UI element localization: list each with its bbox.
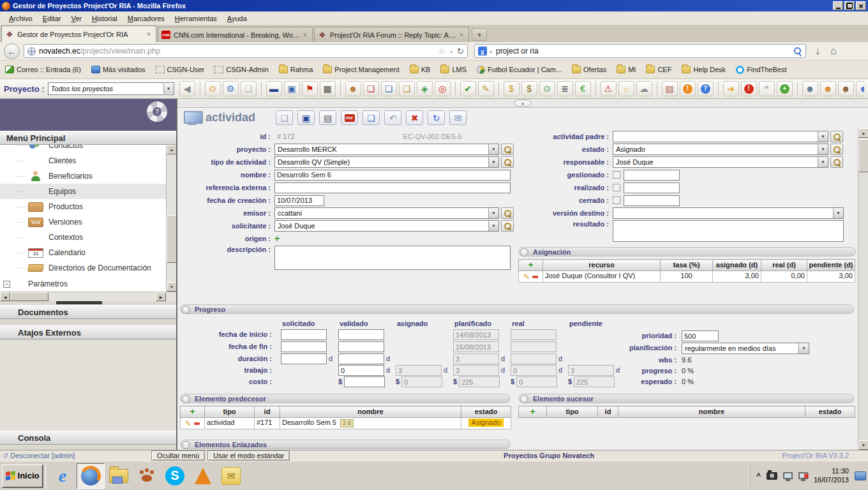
close-icon[interactable] [301,31,309,40]
display-tray-icon[interactable] [783,472,793,479]
cerrado-checkbox[interactable] [613,197,620,204]
money-time-icon[interactable]: $ [521,81,537,96]
resultado-textarea[interactable] [613,220,844,242]
realizado-checkbox[interactable] [613,184,620,191]
menu-herramientas[interactable]: Herramientas [170,13,222,24]
home-button[interactable]: ⌂ [830,45,837,57]
section-elementos-enlazados[interactable]: Elementos Enlazados [180,440,511,449]
report-user-icon[interactable]: ❏ [399,81,415,96]
chevron-down-icon[interactable] [818,144,828,154]
section-progreso[interactable]: Progreso [180,304,854,314]
estado-search-button[interactable] [830,144,843,155]
print-icon[interactable]: ▤ [319,110,336,125]
downloads-button[interactable]: ↓ [815,45,820,57]
disconnect-link[interactable]: Desconectar [admin] [3,452,75,460]
bookmark-csgn-user[interactable]: CSGN-User [156,66,205,74]
close-button[interactable] [856,1,866,10]
sidebar-item-contextos[interactable]: Contextos [0,230,166,245]
menu-archivo[interactable]: Archivo [4,13,38,24]
add-row-icon[interactable] [190,408,195,416]
content-scrollbar[interactable]: ▲ ▼ [858,128,868,450]
help-ring-icon[interactable] [147,101,167,122]
time-report-icon[interactable]: ⊙ [539,81,555,96]
close-icon[interactable] [145,30,153,39]
xnview-paw-icon[interactable] [133,463,161,489]
resource-planning-icon[interactable]: ☻ [345,81,361,96]
pdf-icon[interactable]: PDF [341,110,358,125]
section-elemento-sucesor[interactable]: Elemento sucesor [518,394,855,403]
mail-icon[interactable]: ✉ [449,110,467,125]
new-tab-button[interactable]: + [472,28,487,41]
explorer-icon[interactable] [105,463,133,489]
costo-validado-input[interactable] [344,376,385,387]
section-asignacion[interactable]: Asignación [518,247,856,256]
restore-button[interactable] [844,1,855,10]
sidebar-item-equipos[interactable]: Equipos [0,184,166,199]
tree-horizontal-scrollbar[interactable]: ◀ ▶ [0,292,176,301]
url-bar[interactable]: novatech.ec /projects/view/main.php [24,44,468,58]
planificacion-select[interactable]: regularmente en medios días [682,343,809,354]
splitter-handle[interactable] [56,301,102,304]
user-orange-icon[interactable]: ☻ [820,81,836,96]
bookmark-kb[interactable]: KB [410,66,431,74]
scroll-down-icon[interactable]: ▼ [858,440,868,450]
user-admin-icon[interactable]: ☻ [838,81,854,96]
start-button[interactable]: Inicio [2,464,43,487]
chevron-down-icon[interactable] [163,84,174,94]
cerrado-date-input[interactable] [624,195,680,206]
risk-warning-icon[interactable]: ⚠ [601,81,617,96]
remove-icon[interactable] [194,422,200,425]
bookmark-cef[interactable]: CEF [646,66,671,74]
scroll-right-icon[interactable]: ▶ [156,292,166,301]
workstation-icon[interactable]: ▣ [284,81,300,96]
chevron-down-icon[interactable] [488,157,498,167]
scroll-up-icon[interactable]: ▲ [858,128,868,138]
sidebar-item-directorios-de-documentación[interactable]: Directorios de Documentación [0,260,166,276]
add-row-icon[interactable] [528,262,533,269]
table-row[interactable]: José Duque (Consultor I QV) 100 3,00 0,0… [519,271,855,282]
sidebar-item-productos[interactable]: Productos [0,199,166,214]
outlook-icon[interactable] [217,463,245,489]
chevron-down-icon[interactable] [488,208,498,218]
bookmark-help-desk[interactable]: Help Desk [682,66,726,74]
map-icon[interactable]: ◈ [417,81,433,96]
add-note-icon[interactable]: + [777,81,793,96]
solicitante-search-button[interactable] [501,220,514,232]
section-consola[interactable]: Consola [0,431,176,445]
google-search-icon[interactable]: g [478,47,487,56]
delete-icon[interactable]: ✖ [406,110,423,125]
prioridad-input[interactable] [682,330,719,341]
bookmark-findthebest[interactable]: FindTheBest [736,66,786,74]
team-icon[interactable]: ☻ [856,81,864,96]
bookmark-rahma[interactable]: Rahma [279,66,313,74]
search-input[interactable] [496,47,794,56]
gestionado-checkbox[interactable] [613,171,620,179]
planning-icon[interactable]: ▬ [266,81,282,96]
question-icon[interactable]: ? [698,81,714,96]
trabajo-validado-input[interactable] [338,365,384,376]
estado-select[interactable]: Asignado [613,144,828,155]
fecha-inicio-validado-input[interactable] [338,329,384,340]
bookmark-star-icon[interactable] [438,47,445,56]
target-icon[interactable]: ◎ [435,81,451,96]
toolbar-collapse-button[interactable]: ◀ [179,81,195,96]
project-select[interactable]: Todos los proyectos [48,82,174,95]
reload-icon[interactable] [457,47,464,56]
scroll-down-icon[interactable]: ▼ [167,282,176,292]
back-button[interactable]: ← [4,43,20,59]
tipo-search-button[interactable] [501,156,514,168]
origen-add-icon[interactable]: + [274,234,280,244]
scroll-up-icon[interactable]: ▲ [167,145,176,154]
duracion-validado-input[interactable] [338,353,384,364]
version-destino-select[interactable] [613,207,844,219]
remove-icon[interactable] [532,276,538,278]
scroll-left-icon[interactable]: ◀ [0,292,10,301]
sidebar-item-parametros[interactable]: Parámetros [0,276,166,292]
proyecto-select[interactable]: Desarrollo MERCK [274,144,499,155]
sidebar-item-versiones[interactable]: V1.0Versiones [0,214,166,230]
gestionado-date-input[interactable] [624,170,680,181]
collapse-panel-button[interactable]: ▲ [514,100,531,107]
bookmark-csgn-admin[interactable]: CSGN-Admin [214,66,269,74]
scroll-thumb[interactable] [10,292,49,301]
section-documentos[interactable]: Documentos [0,305,176,319]
